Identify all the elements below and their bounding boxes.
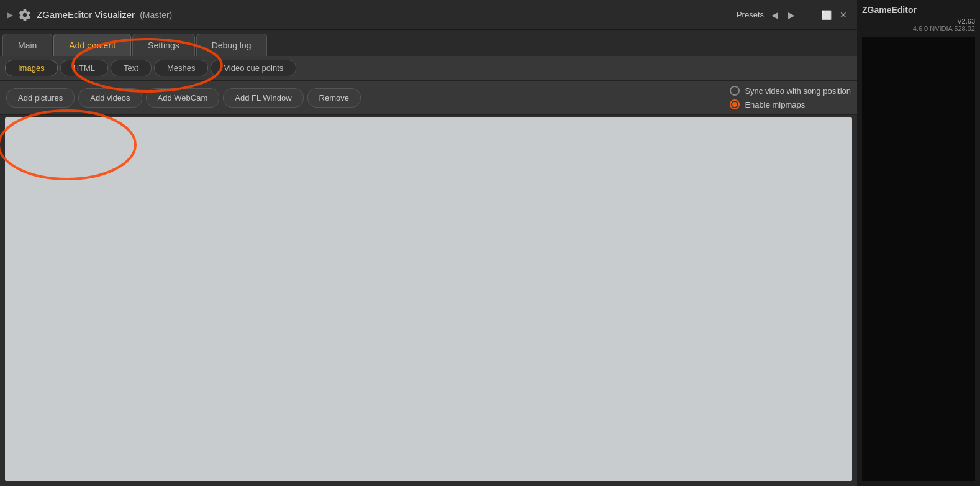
add-webcam-button[interactable]: Add WebCam [146,88,220,108]
maximize-button[interactable]: ⬜ [820,9,832,21]
sync-video-label: Sync video with song position [745,86,851,96]
enable-mipmaps-radio[interactable] [730,99,740,109]
plugin-instance: (Master) [140,10,172,20]
sync-video-radio[interactable] [730,86,740,96]
subtab-html[interactable]: HTML [60,60,108,76]
enable-mipmaps-row[interactable]: Enable mipmaps [730,99,851,109]
tab-settings[interactable]: Settings [132,34,195,56]
tab-debug-log[interactable]: Debug log [196,34,267,56]
options-panel: Sync video with song position Enable mip… [730,86,851,109]
subtab-video-cue-points[interactable]: Video cue points [211,60,296,76]
preset-prev-arrow[interactable]: ◀ [769,9,781,21]
subtab-images[interactable]: Images [5,60,58,76]
right-panel-preview [862,37,975,481]
main-tabs: Main Add content Settings Debug log [0,30,857,56]
sync-video-row[interactable]: Sync video with song position [730,86,851,96]
enable-mipmaps-label: Enable mipmaps [745,100,805,109]
right-panel-title: ZGameEditor [862,5,975,15]
right-panel-build: 4.6.0 NVIDIA 528.02 [862,25,975,32]
remove-button[interactable]: Remove [307,88,361,108]
toolbar: Add pictures Add videos Add WebCam Add F… [0,81,857,115]
preset-next-arrow[interactable]: ▶ [786,9,797,21]
sub-tabs: Images HTML Text Meshes Video cue points [0,56,857,81]
title-bar: ▶ ZGameEditor Visualizer (Master) Preset… [0,0,857,30]
plugin-title: ZGameEditor Visualizer [37,9,135,20]
add-pictures-button[interactable]: Add pictures [6,88,75,108]
expand-arrow[interactable]: ▶ [7,11,13,19]
right-panel: ZGameEditor V2.63 4.6.0 NVIDIA 528.02 [857,0,980,486]
add-videos-button[interactable]: Add videos [78,88,142,108]
minimize-button[interactable]: — [802,9,815,21]
content-area [5,117,852,481]
subtab-text[interactable]: Text [111,60,152,76]
tab-main[interactable]: Main [2,34,52,56]
gear-icon [18,8,32,22]
close-button[interactable]: ✕ [837,9,850,21]
tab-add-content[interactable]: Add content [53,34,131,56]
presets-label: Presets [737,10,764,19]
right-panel-version: V2.63 [862,17,975,25]
subtab-meshes[interactable]: Meshes [154,60,209,76]
add-fl-window-button[interactable]: Add FL Window [223,88,303,108]
